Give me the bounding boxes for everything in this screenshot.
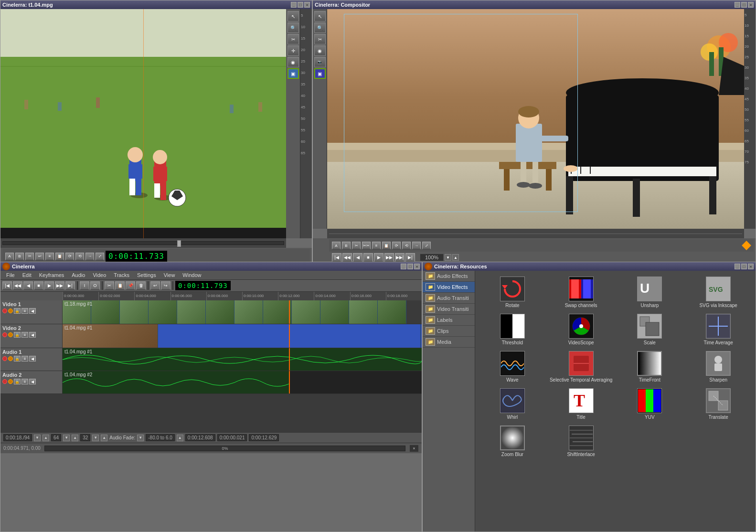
comp-btn-a[interactable]: A [332,242,341,249]
timeline-close-progress[interactable]: × [409,445,419,452]
menu-audio[interactable]: Audio [68,271,89,279]
track-video-1-mute-btn[interactable] [8,309,13,313]
menu-video[interactable]: Video [89,271,110,279]
comp-btn-g[interactable]: ⟳ [392,242,401,249]
source-tool-edit[interactable]: ✂ [287,34,299,44]
track-audio-2-mix-btn[interactable]: ≡ [21,379,28,384]
res-cat-audio-effects[interactable]: 📁 Audio Effects [423,271,475,282]
effect-swap-channels[interactable]: Swap channels [548,275,615,310]
effect-zoom-blur[interactable]: Zoom Blur [479,424,546,459]
comp-btn-ff[interactable]: ▶▶ [384,253,394,262]
res-cat-labels[interactable]: 📁 Labels [423,315,475,326]
track-audio-1-content[interactable]: t1.04.mpg #1 [63,348,422,371]
track-video-1-record-btn[interactable] [2,309,7,313]
track-video-1-expand-btn[interactable]: ◀ [29,308,36,314]
comp-tool-eye[interactable]: ◉ [314,45,326,56]
compositor-minimize-button[interactable]: _ [735,2,740,8]
source-btn-f[interactable]: 📋 [55,253,64,260]
track-video-1-lock-btn[interactable]: 🔒 [14,308,21,314]
tb-btn-copy[interactable]: 📋 [115,281,125,290]
track-audio-1-expand-btn[interactable]: ◀ [29,356,36,362]
menu-keyframes[interactable]: Keyframes [35,271,68,279]
source-btn-i[interactable]: → [85,253,94,260]
source-btn-b[interactable]: B [15,253,24,260]
track-video-2-mix-btn[interactable]: ≡ [21,332,28,338]
res-cat-media[interactable]: 📁 Media [423,337,475,348]
timeline-maximize-button[interactable]: □ [407,264,413,269]
comp-btn-h[interactable]: ⟲ [402,242,411,249]
source-close-button[interactable]: × [304,2,310,8]
tb-btn-back[interactable]: ◀ [23,281,33,290]
effect-wave[interactable]: Wave [479,349,546,384]
compositor-maximize-button[interactable]: □ [741,2,747,8]
comp-btn-f[interactable]: 📋 [382,242,391,249]
track-video-1-content[interactable]: t1.18.mpg #1 [63,300,422,324]
effect-title[interactable]: T Title [548,386,615,422]
source-tool-pointer[interactable]: ↖ [287,11,299,21]
effect-whirl[interactable]: Whirl [479,386,546,422]
effect-shiftinterlace[interactable]: ShiftInterlace [548,424,615,459]
menu-view[interactable]: View [160,271,179,279]
res-cat-video-trans[interactable]: 📁 Video Transiti [423,304,475,315]
track-video-2-mute-btn[interactable] [8,332,13,337]
effect-time-average[interactable]: Time Average [685,312,752,347]
resources-close-button[interactable]: × [748,264,754,269]
res-cat-clips[interactable]: 📁 Clips [423,326,475,337]
tb-btn-play[interactable]: ▶ [44,281,54,290]
menu-window[interactable]: Window [179,271,205,279]
track-audio-2-mute-btn[interactable] [8,379,13,384]
comp-btn-rewind[interactable]: |◀ [332,253,341,262]
comp-btn-back[interactable]: ◀ [353,253,362,262]
time-left-down[interactable]: ▼ [34,435,41,441]
source-maximize-button[interactable]: □ [298,2,303,8]
resources-maximize-button[interactable]: □ [741,264,747,269]
source-btn-j[interactable]: ⤢ [96,253,104,260]
comp-btn-e[interactable]: ≡ [372,242,381,249]
track-audio-2-lock-btn[interactable]: 🔒 [14,379,21,384]
tb-btn-ff[interactable]: ▶▶ [55,281,64,290]
effect-timefront[interactable]: TimeFront [617,349,683,384]
track-video-1-mix-btn[interactable]: ≡ [21,308,28,314]
comp-tool-active[interactable]: ▣ [314,68,326,79]
comp-tool-zoom[interactable]: 🔍 [314,22,326,33]
menu-tracks[interactable]: Tracks [110,271,133,279]
effect-yuv[interactable]: YUV [617,386,683,422]
audio-fade-up[interactable]: ▲ [177,435,183,441]
time-left-up[interactable]: ▲ [43,435,49,441]
resources-minimize-button[interactable]: _ [735,264,740,269]
track-audio-1-lock-btn[interactable]: 🔒 [14,356,21,362]
track-audio-1-mix-btn[interactable]: ≡ [21,356,28,362]
tb-btn-paste[interactable]: 📌 [126,281,135,290]
source-btn-g[interactable]: ⟳ [65,253,74,260]
comp-btn-last[interactable]: ▶| [405,253,415,262]
source-btn-c[interactable]: ✂ [25,253,34,260]
comp-btn-stop[interactable]: ■ [363,253,373,262]
zoom2-up[interactable]: ▲ [101,435,107,441]
effect-videoscope[interactable]: VideoScope [548,312,615,347]
effect-translate[interactable]: Translate [685,386,752,422]
tb-btn-cut[interactable]: ✂ [105,281,114,290]
comp-btn-d[interactable]: ✂✂ [362,242,371,249]
track-audio-2-content[interactable]: t1.04.mpg #2 [63,371,422,394]
track-audio-1-mute-btn[interactable] [8,356,13,361]
compositor-zoom-up[interactable]: ▲ [452,254,459,261]
source-tool-move[interactable]: ✛ [287,45,299,56]
source-minimize-button[interactable]: _ [291,2,297,8]
source-tool-zoom[interactable]: 🔍 [287,22,299,33]
effect-svg-inkscape[interactable]: SVG SVG via Inkscape [685,275,752,310]
track-audio-2-expand-btn[interactable]: ◀ [29,379,36,384]
timeline-close-button[interactable]: × [414,264,420,269]
tb-btn-prev[interactable]: ◀◀ [13,281,22,290]
track-video-2-content[interactable]: t1.04.mpg #1 [63,324,422,348]
comp-btn-b[interactable]: B [342,242,351,249]
source-tool-eye[interactable]: ◉ [287,57,299,67]
track-video-2-expand-btn[interactable]: ◀ [29,332,36,338]
menu-edit[interactable]: Edit [19,271,35,279]
comp-tool-camera[interactable]: 📷 [314,57,326,67]
track-video-2-lock-btn[interactable]: 🔒 [14,332,21,338]
tb-btn-delete[interactable]: 🗑 [136,281,146,290]
comp-tool-crop[interactable]: ✂ [314,34,326,44]
timeline-minimize-button[interactable]: _ [401,264,406,269]
effect-rotate[interactable]: Rotate [479,275,546,310]
track-video-2-record-btn[interactable] [2,332,7,337]
